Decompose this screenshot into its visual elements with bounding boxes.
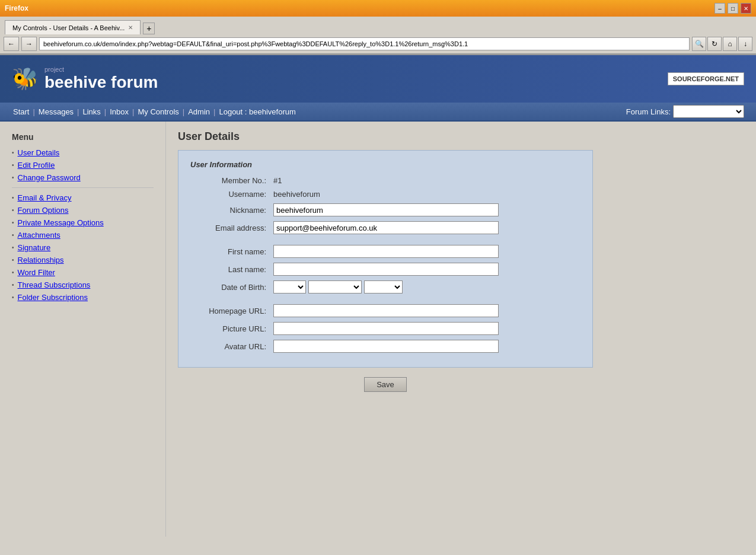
nav-links: Start | Messages | Links | Inbox | My Co… (12, 107, 297, 116)
sidebar-link-change-password[interactable]: Change Password (18, 173, 81, 182)
forum-links-bar: Forum Links: (626, 105, 744, 118)
bullet-icon: • (12, 219, 14, 226)
sidebar-item-word-filter[interactable]: • Word Filter (0, 266, 165, 279)
nav-link-logout[interactable]: Logout : beehiveforum (218, 107, 296, 116)
spacer-2 (190, 298, 580, 304)
nav-link-my-controls[interactable]: My Controls (136, 107, 180, 116)
member-no-row: Member No.: #1 (190, 176, 580, 185)
homepage-input[interactable] (273, 304, 499, 317)
dob-month-select[interactable] (308, 280, 362, 294)
close-button[interactable]: ✕ (741, 3, 751, 14)
forum-links-label: Forum Links: (626, 107, 671, 116)
save-area: Save (178, 377, 593, 392)
sidebar-link-signature[interactable]: Signature (18, 243, 51, 252)
user-info-box: User Information Member No.: #1 Username… (178, 150, 593, 368)
title-bar: Firefox – □ ✕ (0, 0, 756, 17)
bullet-icon: • (12, 207, 14, 213)
sidebar-item-folder-subscriptions[interactable]: • Folder Subscriptions (0, 291, 165, 304)
tab-close-icon[interactable]: ✕ (128, 24, 133, 31)
minimize-button[interactable]: – (714, 3, 725, 14)
logo-bee-icon: 🐝 (12, 66, 39, 91)
homepage-label: Homepage URL: (190, 307, 273, 315)
sidebar-link-word-filter[interactable]: Word Filter (18, 268, 55, 277)
site-header: 🐝 project beehive forum SOURCEFORGE.NET (0, 55, 756, 103)
nickname-row: Nickname: (190, 203, 580, 216)
zoom-icon[interactable]: 🔍 (692, 37, 706, 51)
bullet-icon: • (12, 269, 14, 276)
dob-label: Date of Birth: (190, 283, 273, 292)
logo-text: project beehive forum (44, 66, 158, 92)
dob-year-select[interactable] (364, 280, 403, 294)
sidebar-item-user-details[interactable]: • User Details (0, 146, 165, 159)
logo-area: 🐝 project beehive forum (12, 66, 158, 92)
nav-link-messages[interactable]: Messages (37, 107, 75, 116)
nickname-input[interactable] (273, 203, 499, 216)
sidebar-item-forum-options[interactable]: • Forum Options (0, 204, 165, 216)
user-info-header: User Information (190, 160, 580, 169)
username-row: Username: beehiveforum (190, 190, 580, 199)
sidebar-link-user-details[interactable]: User Details (18, 148, 60, 157)
page-title: User Details (178, 130, 744, 143)
tab-label: My Controls - User Details - A Beehiv... (12, 24, 125, 31)
download-icon[interactable]: ↓ (738, 37, 752, 51)
sidebar-item-thread-subscriptions[interactable]: • Thread Subscriptions (0, 279, 165, 291)
avatar-label: Avatar URL: (190, 342, 273, 351)
email-row: Email address: (190, 221, 580, 234)
forward-button[interactable]: → (21, 37, 37, 51)
sidebar-link-folder-subscriptions[interactable]: Folder Subscriptions (18, 293, 88, 302)
home-icon[interactable]: ⌂ (723, 37, 737, 51)
sidebar-item-signature[interactable]: • Signature (0, 241, 165, 254)
sidebar-item-edit-profile[interactable]: • Edit Profile (0, 159, 165, 171)
back-button[interactable]: ← (4, 37, 19, 51)
bullet-icon: • (12, 149, 14, 156)
sidebar-item-relationships[interactable]: • Relationships (0, 254, 165, 266)
sidebar-item-email-privacy[interactable]: • Email & Privacy (0, 192, 165, 204)
sidebar-link-private-message-options[interactable]: Private Message Options (18, 218, 104, 227)
sidebar: Menu • User Details • Edit Profile • Cha… (0, 122, 166, 537)
nav-link-start[interactable]: Start (12, 107, 30, 116)
refresh-icon[interactable]: ↻ (707, 37, 722, 51)
email-input[interactable] (273, 221, 499, 234)
avatar-row: Avatar URL: (190, 340, 580, 353)
nickname-label: Nickname: (190, 206, 273, 215)
firstname-label: First name: (190, 247, 273, 256)
homepage-row: Homepage URL: (190, 304, 580, 317)
sidebar-item-change-password[interactable]: • Change Password (0, 171, 165, 184)
sidebar-link-relationships[interactable]: Relationships (18, 256, 64, 264)
sidebar-link-forum-options[interactable]: Forum Options (18, 206, 69, 215)
sidebar-item-private-message-options[interactable]: • Private Message Options (0, 216, 165, 229)
main-layout: Menu • User Details • Edit Profile • Cha… (0, 122, 756, 537)
maximize-button[interactable]: □ (728, 3, 738, 14)
bullet-icon: • (12, 174, 14, 181)
bullet-icon: • (12, 282, 14, 288)
firstname-input[interactable] (273, 245, 499, 258)
active-tab[interactable]: My Controls - User Details - A Beehiv...… (5, 20, 141, 34)
email-label: Email address: (190, 224, 273, 232)
address-bar[interactable] (39, 37, 690, 50)
sidebar-link-attachments[interactable]: Attachments (18, 231, 60, 240)
username-value: beehiveforum (273, 190, 320, 199)
new-tab-button[interactable]: + (143, 23, 155, 34)
sidebar-link-email-privacy[interactable]: Email & Privacy (18, 193, 72, 202)
title-bar-controls: – □ ✕ (714, 3, 751, 14)
dob-row: Date of Birth: (190, 280, 580, 294)
bullet-icon: • (12, 294, 14, 301)
nav-link-links[interactable]: Links (82, 107, 102, 116)
member-no-value: #1 (273, 176, 282, 185)
lastname-input[interactable] (273, 263, 499, 276)
picture-input[interactable] (273, 322, 499, 335)
bullet-icon: • (12, 244, 14, 251)
avatar-input[interactable] (273, 340, 499, 353)
nav-bar: ← → 🔍 ↻ ⌂ ↓ (0, 34, 756, 55)
nav-link-inbox[interactable]: Inbox (109, 107, 130, 116)
sidebar-item-attachments[interactable]: • Attachments (0, 229, 165, 241)
save-button[interactable]: Save (364, 377, 407, 392)
bullet-icon: • (12, 194, 14, 201)
forum-links-select[interactable] (673, 105, 744, 118)
sourceforge-badge: SOURCEFORGE.NET (668, 72, 744, 85)
username-label: Username: (190, 190, 273, 199)
dob-day-select[interactable] (273, 280, 306, 294)
sidebar-link-edit-profile[interactable]: Edit Profile (18, 161, 55, 170)
nav-link-admin[interactable]: Admin (187, 107, 211, 116)
sidebar-link-thread-subscriptions[interactable]: Thread Subscriptions (18, 280, 91, 289)
